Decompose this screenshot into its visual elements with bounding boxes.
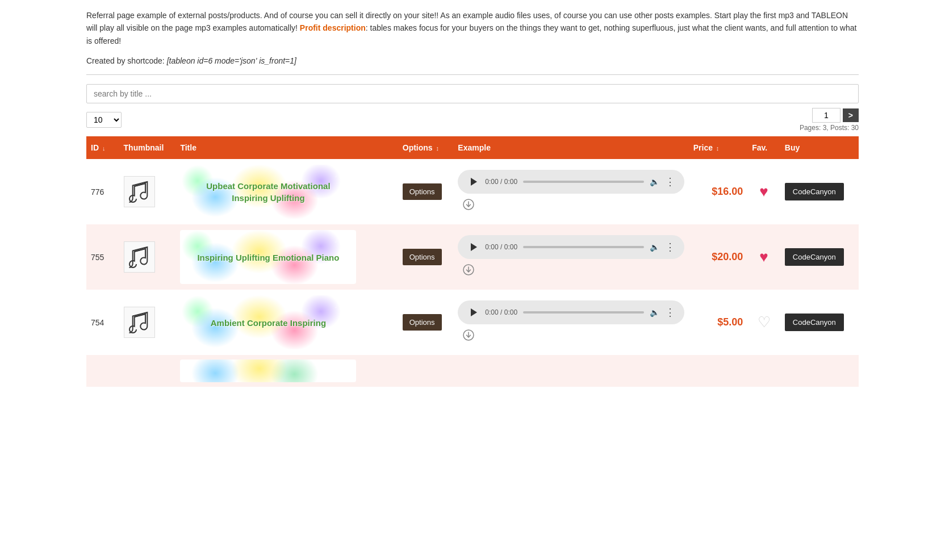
buy-button[interactable]: CodeCanyon <box>785 183 844 200</box>
cell-price: $16.00 <box>689 159 748 224</box>
search-input[interactable] <box>86 84 859 103</box>
partial-id <box>86 355 119 387</box>
volume-icon[interactable]: 🔈 <box>650 177 659 186</box>
cell-buy: CodeCanyon <box>780 159 859 224</box>
download-button[interactable] <box>462 329 475 344</box>
cell-thumbnail <box>119 224 176 290</box>
audio-player: 0:00 / 0:00 🔈 ⋮ <box>458 170 684 194</box>
options-button[interactable]: Options <box>403 314 442 331</box>
header-buy: Buy <box>780 136 859 159</box>
cell-price: $5.00 <box>689 290 748 355</box>
music-note-svg <box>128 244 150 271</box>
time-display: 0:00 / 0:00 <box>485 178 517 186</box>
header-id[interactable]: ID ↓ <box>86 136 119 159</box>
cell-example: 0:00 / 0:00 🔈 ⋮ <box>453 224 688 290</box>
price-sort-icon: ↕ <box>716 145 720 152</box>
table-row-partial <box>86 355 859 387</box>
title-image-block: ♩ ♪ Upbeat Corporate MotivationalInspiri… <box>180 165 356 219</box>
cell-example: 0:00 / 0:00 🔈 ⋮ <box>453 290 688 355</box>
download-button[interactable] <box>462 198 475 214</box>
favorite-icon[interactable]: ♡ <box>758 314 771 331</box>
page-info: Pages: 3, Posts: 30 <box>800 124 859 132</box>
table-row: 754 ♩ ♪ Ambient Corporate Inspiring Opti… <box>86 290 859 355</box>
title-bg-splash <box>180 295 356 349</box>
music-table: ID ↓ Thumbnail Title Options ↕ Example P… <box>86 136 859 387</box>
options-button[interactable]: Options <box>403 183 442 200</box>
volume-icon[interactable]: 🔈 <box>650 243 659 252</box>
partial-buy <box>780 355 859 387</box>
pagination-area: > Pages: 3, Posts: 30 <box>800 108 859 132</box>
cell-buy: CodeCanyon <box>780 290 859 355</box>
progress-bar[interactable] <box>523 311 644 314</box>
progress-bar[interactable] <box>523 181 644 183</box>
play-icon <box>471 243 477 251</box>
table-row: 776 ♩ ♪ Upbeat Corporate MotivationalIns… <box>86 159 859 224</box>
header-thumbnail: Thumbnail <box>119 136 176 159</box>
download-row <box>458 329 684 344</box>
volume-icon[interactable]: 🔈 <box>650 308 659 317</box>
download-icon <box>462 264 475 276</box>
options-sort-icon: ↕ <box>436 145 440 152</box>
thumbnail-image <box>124 307 155 338</box>
cell-thumbnail <box>119 290 176 355</box>
partial-fav <box>747 355 780 387</box>
title-bg-splash <box>180 165 356 219</box>
download-button[interactable] <box>462 264 475 279</box>
favorite-icon[interactable]: ♥ <box>759 248 768 265</box>
shortcode-line: Created by shortcode: [tableon id=6 mode… <box>86 56 859 65</box>
cell-options: Options <box>398 224 454 290</box>
partial-example <box>453 355 688 387</box>
music-note-svg <box>128 178 150 206</box>
next-page-button[interactable]: > <box>843 108 859 122</box>
partial-thumbnail <box>119 355 176 387</box>
play-icon <box>471 178 477 186</box>
cell-fav: ♡ <box>747 290 780 355</box>
buy-button[interactable]: CodeCanyon <box>785 248 844 266</box>
header-options[interactable]: Options ↕ <box>398 136 454 159</box>
thumbnail-image <box>124 241 155 273</box>
partial-price <box>689 355 748 387</box>
header-price[interactable]: Price ↕ <box>689 136 748 159</box>
header-fav: Fav. <box>747 136 780 159</box>
partial-title <box>175 355 398 387</box>
cell-buy: CodeCanyon <box>780 224 859 290</box>
cell-id: 776 <box>86 159 119 224</box>
cell-fav: ♥ <box>747 224 780 290</box>
favorite-icon[interactable]: ♥ <box>759 183 768 200</box>
section-divider <box>86 74 859 75</box>
options-button[interactable]: Options <box>403 249 442 265</box>
page-wrapper: Referral page example of external posts/… <box>75 0 870 396</box>
cell-title: ♩ ♪ Ambient Corporate Inspiring <box>175 290 398 355</box>
progress-bar[interactable] <box>523 246 644 248</box>
table-header-row: ID ↓ Thumbnail Title Options ↕ Example P… <box>86 136 859 159</box>
more-options-icon[interactable]: ⋮ <box>665 242 675 252</box>
title-image-block: ♩ ♪ Inspiring Uplifting Emotional Piano <box>180 230 356 284</box>
thumbnail-image <box>124 176 155 207</box>
shortcode-label: Created by shortcode: <box>86 56 165 65</box>
music-note-svg <box>128 309 150 336</box>
more-options-icon[interactable]: ⋮ <box>665 177 675 187</box>
per-page-select[interactable]: 10 25 50 100 <box>86 112 122 128</box>
play-button[interactable] <box>467 241 479 253</box>
time-display: 0:00 / 0:00 <box>485 308 517 316</box>
shortcode-value: [tableon id=6 mode='json' is_front=1] <box>167 56 296 65</box>
page-number-input[interactable] <box>812 108 841 123</box>
download-row <box>458 198 684 214</box>
cell-title: ♩ ♪ Inspiring Uplifting Emotional Piano <box>175 224 398 290</box>
search-row <box>86 84 859 103</box>
audio-player: 0:00 / 0:00 🔈 ⋮ <box>458 300 684 324</box>
title-image-block: ♩ ♪ Ambient Corporate Inspiring <box>180 295 356 349</box>
price-value: $20.00 <box>712 251 743 262</box>
more-options-icon[interactable]: ⋮ <box>665 307 675 317</box>
play-button[interactable] <box>467 175 479 188</box>
cell-fav: ♥ <box>747 159 780 224</box>
cell-price: $20.00 <box>689 224 748 290</box>
header-example: Example <box>453 136 688 159</box>
pagination-controls: > <box>812 108 859 123</box>
partial-options <box>398 355 454 387</box>
play-button[interactable] <box>467 306 479 319</box>
title-bg-splash <box>180 230 356 284</box>
intro-paragraph: Referral page example of external posts/… <box>86 9 859 47</box>
buy-button[interactable]: CodeCanyon <box>785 314 844 331</box>
price-value: $5.00 <box>717 316 743 328</box>
